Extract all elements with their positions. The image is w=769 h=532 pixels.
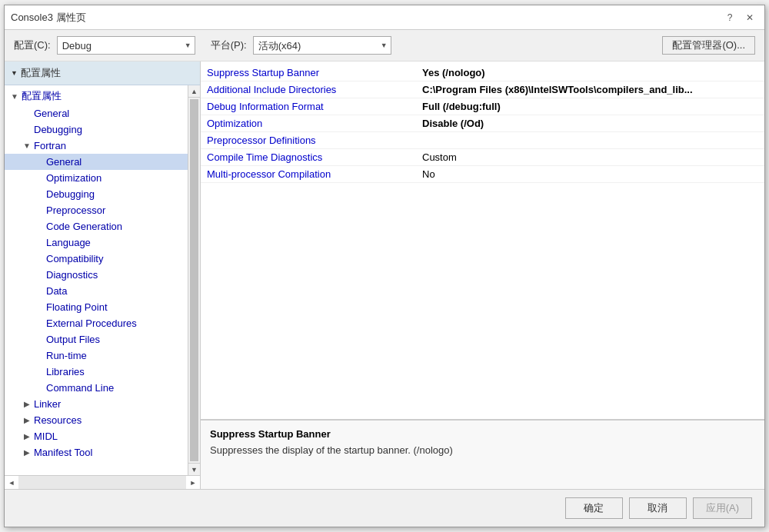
sidebar-inner: ▼配置属性GeneralDebugging▼FortranGeneralOpti…	[5, 85, 200, 475]
tree-item-midl[interactable]: ▶MIDL	[5, 428, 188, 444]
toggle-icon-pei: ▼	[9, 92, 20, 101]
tree-item-pei[interactable]: ▼配置属性	[5, 87, 188, 105]
bottom-buttons: 确定 取消 应用(A)	[5, 489, 764, 527]
tree-label-debugging_top: Debugging	[32, 123, 84, 136]
tree-label-floating_point: Floating Point	[45, 301, 109, 314]
tree-label-general_fortran: General	[45, 155, 83, 168]
tree-header-label: 配置属性	[21, 66, 61, 80]
tree-item-optimization[interactable]: Optimization	[5, 170, 188, 186]
tree-item-language[interactable]: Language	[5, 234, 188, 251]
tree-item-command_line[interactable]: Command Line	[5, 380, 188, 396]
scroll-thumb	[190, 99, 198, 461]
sidebar-scrollbar[interactable]: ▲ ▼	[188, 85, 200, 475]
tree-label-code_gen: Code Generation	[45, 220, 124, 233]
config-select-wrapper: Debug	[57, 36, 195, 55]
property-name-1: Additional Include Directories	[207, 84, 422, 95]
property-value-2: Full (/debug:full)	[422, 101, 501, 112]
tree-item-debugging_top[interactable]: Debugging	[5, 121, 188, 138]
tree-item-external_proc[interactable]: External Procedures	[5, 315, 188, 331]
tree-label-diagnostics: Diagnostics	[45, 268, 99, 281]
tree-item-resources[interactable]: ▶Resources	[5, 412, 188, 428]
ok-button[interactable]: 确定	[565, 497, 623, 519]
property-row-1[interactable]: Additional Include DirectoriesC:\Program…	[201, 81, 764, 98]
main-content: ▼ 配置属性 ▼配置属性GeneralDebugging▼FortranGene…	[5, 62, 764, 489]
property-value-3: Disable (/Od)	[422, 118, 484, 129]
tree-label-output_files: Output Files	[45, 333, 102, 346]
tree-label-data: Data	[45, 284, 68, 298]
tree-item-general_fortran[interactable]: General	[5, 154, 188, 170]
tree-item-floating_point[interactable]: Floating Point	[5, 299, 188, 315]
toggle-icon-linker: ▶	[22, 400, 32, 408]
config-select[interactable]: Debug	[57, 36, 195, 55]
platform-select[interactable]: 活动(x64)	[253, 36, 391, 55]
sidebar: ▼ 配置属性 ▼配置属性GeneralDebugging▼FortranGene…	[5, 62, 201, 489]
tree-item-runtime[interactable]: Run-time	[5, 347, 188, 364]
tree-label-midl: MIDL	[32, 430, 59, 443]
platform-select-wrapper: 活动(x64)	[253, 36, 391, 55]
scroll-up-arrow[interactable]: ▲	[188, 85, 200, 98]
toggle-icon-resources: ▶	[22, 416, 32, 424]
property-row-3[interactable]: OptimizationDisable (/Od)	[201, 115, 764, 132]
property-value-5: Custom	[422, 151, 457, 163]
tree-label-preprocessor: Preprocessor	[45, 204, 107, 217]
tree-item-manifest_tool[interactable]: ▶Manifest Tool	[5, 444, 188, 461]
scroll-right-arrow[interactable]: ►	[186, 476, 200, 489]
config-row: 配置(C): Debug 平台(P): 活动(x64) 配置管理器(O)...	[5, 30, 764, 62]
property-row-6[interactable]: Multi-processor CompilationNo	[201, 166, 764, 183]
tree-item-general_top[interactable]: General	[5, 105, 188, 121]
scroll-left-arrow[interactable]: ◄	[5, 476, 18, 489]
tree-item-compatibility[interactable]: Compatibility	[5, 251, 188, 267]
tree-label-external_proc: External Procedures	[45, 317, 138, 330]
property-name-2: Debug Information Format	[207, 101, 422, 112]
scroll-down-arrow[interactable]: ▼	[188, 463, 200, 475]
tree-scroll[interactable]: ▼配置属性GeneralDebugging▼FortranGeneralOpti…	[5, 85, 188, 475]
tree-label-pei: 配置属性	[20, 88, 63, 104]
tree-item-data[interactable]: Data	[5, 283, 188, 299]
property-name-4: Preprocessor Definitions	[207, 135, 422, 146]
right-panel: Suppress Startup BannerYes (/nologo)Addi…	[201, 62, 764, 489]
tree-item-debugging[interactable]: Debugging	[5, 186, 188, 202]
property-value-6: No	[422, 168, 435, 180]
property-row-4[interactable]: Preprocessor Definitions	[201, 132, 764, 149]
toggle-icon-fortran: ▼	[22, 141, 32, 150]
tree-label-linker: Linker	[32, 397, 62, 411]
property-row-5[interactable]: Compile Time DiagnosticsCustom	[201, 149, 764, 166]
cancel-button[interactable]: 取消	[629, 497, 687, 519]
tree-item-diagnostics[interactable]: Diagnostics	[5, 267, 188, 283]
title-bar: Console3 属性页 ? ✕	[5, 5, 764, 30]
property-name-6: Multi-processor Compilation	[207, 168, 422, 180]
description-title: Suppress Startup Banner	[210, 428, 755, 440]
tree-label-language: Language	[45, 236, 92, 249]
config-manager-button[interactable]: 配置管理器(O)...	[662, 36, 755, 55]
horizontal-scrollbar: ◄ ►	[5, 475, 200, 489]
tree-toggle-icon: ▼	[11, 69, 18, 77]
help-button[interactable]: ?	[721, 9, 738, 26]
tree-label-compatibility: Compatibility	[45, 252, 105, 265]
toggle-icon-midl: ▶	[22, 432, 32, 441]
property-name-3: Optimization	[207, 118, 422, 129]
tree-label-libraries: Libraries	[45, 365, 86, 378]
close-button[interactable]: ✕	[741, 9, 758, 26]
tree-label-command_line: Command Line	[45, 381, 115, 394]
property-row-2[interactable]: Debug Information FormatFull (/debug:ful…	[201, 98, 764, 115]
scroll-track	[18, 476, 186, 489]
properties-dialog: Console3 属性页 ? ✕ 配置(C): Debug 平台(P): 活动(…	[4, 5, 765, 527]
tree-item-preprocessor[interactable]: Preprocessor	[5, 202, 188, 218]
title-buttons: ? ✕	[721, 9, 758, 26]
tree-item-code_gen[interactable]: Code Generation	[5, 218, 188, 234]
property-value-0: Yes (/nologo)	[422, 67, 485, 78]
apply-button[interactable]: 应用(A)	[693, 497, 752, 519]
property-row-0[interactable]: Suppress Startup BannerYes (/nologo)	[201, 65, 764, 81]
tree-label-manifest_tool: Manifest Tool	[32, 446, 94, 459]
tree-item-fortran[interactable]: ▼Fortran	[5, 138, 188, 154]
tree-item-linker[interactable]: ▶Linker	[5, 396, 188, 412]
tree-label-runtime: Run-time	[45, 349, 88, 362]
toggle-icon-manifest_tool: ▶	[22, 448, 32, 457]
property-name-5: Compile Time Diagnostics	[207, 151, 422, 163]
tree-header: ▼ 配置属性	[5, 62, 200, 85]
dialog-title: Console3 属性页	[11, 11, 86, 25]
tree-item-output_files[interactable]: Output Files	[5, 331, 188, 347]
properties-table: Suppress Startup BannerYes (/nologo)Addi…	[201, 62, 764, 420]
tree-item-libraries[interactable]: Libraries	[5, 364, 188, 380]
property-value-1: C:\Program Files (x86)\IntelSWTools\comp…	[422, 84, 693, 95]
